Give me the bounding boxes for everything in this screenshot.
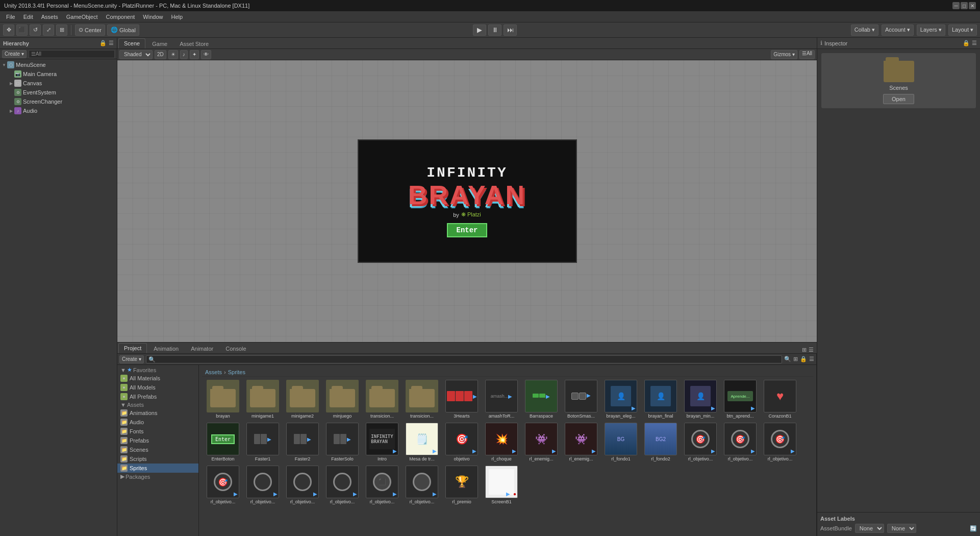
folder-minjuego[interactable]: minjuego	[323, 379, 361, 420]
sprites-item[interactable]: 📁 Sprites	[117, 464, 198, 473]
all-models-item[interactable]: ● All Models	[117, 383, 198, 392]
sprite-boton[interactable]: ▶ BotonSmas...	[562, 379, 600, 420]
sprite-amash[interactable]: amash... ▶ amashToR...	[483, 379, 520, 420]
sprite-screenb1[interactable]: ● ▶ ScreenB1	[483, 465, 520, 505]
folder-transicion2[interactable]: transicion...	[403, 379, 441, 420]
tool-rotate[interactable]: ↺	[30, 25, 41, 36]
prefabs-item[interactable]: 📁 Prefabs	[117, 436, 198, 445]
pause-button[interactable]: ⏸	[488, 25, 501, 36]
all-prefabs-item[interactable]: ● All Prefabs	[117, 392, 198, 401]
scene-lighting-btn[interactable]: ☀	[168, 50, 178, 59]
sprite-rl-objetivo7[interactable]: ▶ rl_objetivo...	[323, 465, 361, 505]
sprite-mesa[interactable]: 🗒️ ▶ Mesa de tr...	[403, 422, 441, 462]
sprite-rl-enemig1[interactable]: 👾 ▶ rl_enemig...	[522, 422, 560, 462]
scene-canvas[interactable]: INFINITY BRAYAN by ❋ Platzi Enter	[117, 60, 817, 342]
account-button[interactable]: Account ▾	[882, 25, 914, 36]
sprite-brayan-final[interactable]: 👤 brayan_final	[642, 379, 680, 420]
gizmos-filter[interactable]: ☰All	[799, 50, 815, 59]
sprite-rl-fondo2[interactable]: BG2 rl_fondo2	[642, 422, 680, 462]
scripts-item[interactable]: 📁 Scripts	[117, 454, 198, 464]
menu-gameobject[interactable]: GameObject	[62, 13, 102, 21]
open-button[interactable]: Open	[883, 94, 914, 104]
assets-fold[interactable]: ▼ Assets	[117, 401, 198, 408]
sprite-intro[interactable]: INFINITYBRAYAN ▶ Intro	[363, 422, 401, 462]
sprite-objetivo[interactable]: 🎯 ▶ objetivo	[443, 422, 481, 462]
breadcrumb-sprites[interactable]: Sprites	[228, 369, 245, 375]
project-lock-btn[interactable]: 🔒	[800, 356, 807, 362]
tool-move[interactable]: ⬛	[16, 25, 28, 36]
sprite-fastersolo[interactable]: ▶ FasterSolo	[323, 422, 361, 462]
tool-scale[interactable]: ⤢	[43, 25, 54, 36]
enter-button[interactable]: Enter	[447, 223, 487, 237]
sprite-rl-fondo1[interactable]: BG rl_fondo1	[602, 422, 640, 462]
asset-bundle-select2[interactable]: None	[887, 524, 916, 533]
project-tab-icon-1[interactable]: ⊞	[802, 347, 807, 353]
sprite-faster1[interactable]: ▶ Faster1	[244, 422, 282, 462]
fonts-item[interactable]: 📁 Fonts	[117, 427, 198, 436]
scene-hidden-btn[interactable]: 👁	[201, 50, 211, 59]
space-button[interactable]: 🌐 Global	[107, 25, 139, 36]
sprite-rl-objetivo9[interactable]: ▶ rl_objetivo...	[403, 465, 441, 505]
all-materials-item[interactable]: ● All Materials	[117, 374, 198, 383]
asset-bundle-select1[interactable]: None	[855, 524, 884, 533]
sprite-rl-objetivo6[interactable]: ▶ rl_objetivo...	[284, 465, 321, 505]
sprite-enterboton[interactable]: Enter EnterBoton	[204, 422, 242, 462]
tree-item-event-system[interactable]: ⚙ EventSystem	[0, 88, 117, 97]
scene-effects-btn[interactable]: ✦	[190, 50, 199, 59]
audio-item[interactable]: 📁 Audio	[117, 418, 198, 427]
layers-button[interactable]: Layers ▾	[917, 25, 945, 36]
sprite-brayan-eleg[interactable]: 👤 ▶ brayan_eleg...	[602, 379, 640, 420]
tool-rect[interactable]: ⊞	[56, 25, 67, 36]
folder-minigame1[interactable]: minigame1	[244, 379, 282, 420]
sprite-btn-aprend[interactable]: Aprende... ▶ btn_aprend...	[721, 379, 759, 420]
sprite-rl-objetivo2[interactable]: 🎯 ▶ rl_objetivo...	[721, 422, 759, 462]
sprite-corazon[interactable]: ♥ CorazonB1	[761, 379, 799, 420]
sprite-3hearts[interactable]: ▶ 3Hearts	[443, 379, 481, 420]
pivot-button[interactable]: ⊙ Center	[75, 25, 105, 36]
inspector-lock-icon[interactable]: 🔒	[963, 40, 970, 46]
tree-scene-root[interactable]: ▼ ⬡ MenuScene	[0, 60, 117, 69]
tab-scene[interactable]: Scene	[118, 38, 145, 48]
maximize-button[interactable]: □	[961, 2, 968, 9]
play-button[interactable]: ▶	[473, 25, 486, 36]
favorites-fold[interactable]: ▼ ★ Favorites	[117, 366, 198, 374]
tab-console[interactable]: Console	[220, 344, 252, 353]
sprite-rl-enemig2[interactable]: 👾 ▶ rl_enemig...	[562, 422, 600, 462]
hierarchy-lock-icon[interactable]: 🔒	[99, 40, 107, 46]
menu-edit[interactable]: Edit	[19, 13, 37, 21]
project-search-btn[interactable]: 🔍	[784, 356, 791, 362]
sprite-rl-choque[interactable]: 💥 ▶ rl_choque	[483, 422, 520, 462]
menu-assets[interactable]: Assets	[37, 13, 62, 21]
folder-brayan[interactable]: brayan	[204, 379, 242, 420]
hierarchy-search[interactable]: ☰All	[29, 50, 115, 58]
sprite-rl-objetivo5[interactable]: ▶ rl_objetivo...	[244, 465, 282, 505]
animations-item[interactable]: 📁 Animations	[117, 408, 198, 418]
menu-window[interactable]: Window	[139, 13, 167, 21]
project-menu-btn[interactable]: ☰	[809, 356, 814, 362]
window-controls[interactable]: ─ □ ✕	[952, 2, 976, 9]
inspector-menu-icon[interactable]: ☰	[972, 40, 977, 46]
project-tab-icon-2[interactable]: ☰	[809, 347, 814, 353]
hierarchy-create-button[interactable]: Create ▾	[2, 50, 27, 58]
folder-minigame2[interactable]: minigame2	[284, 379, 321, 420]
menu-help[interactable]: Help	[167, 13, 187, 21]
packages-fold[interactable]: ▶ Packages	[117, 473, 198, 480]
step-button[interactable]: ⏭	[504, 25, 517, 36]
asset-bundle-refresh-icon[interactable]: 🔄	[970, 525, 977, 532]
2d-toggle[interactable]: 2D	[155, 50, 166, 59]
sprite-rl-objetivo3[interactable]: 🎯 ▶ rl_objetivo...	[761, 422, 799, 462]
breadcrumb-assets[interactable]: Assets	[205, 369, 222, 375]
sprite-faster2[interactable]: ▶ Faster2	[284, 422, 321, 462]
tab-game[interactable]: Game	[146, 39, 173, 48]
close-button[interactable]: ✕	[969, 2, 976, 9]
tool-hand[interactable]: ✥	[3, 25, 14, 36]
project-sort-btn[interactable]: ⊞	[793, 356, 798, 362]
sprite-barraspace[interactable]: ▶ Barraspace	[522, 379, 560, 420]
tab-asset-store[interactable]: Asset Store	[174, 39, 214, 48]
scene-audio-btn[interactable]: ♪	[180, 50, 188, 59]
tree-item-canvas[interactable]: ▶ □ Canvas	[0, 79, 117, 88]
tree-item-main-camera[interactable]: 📷 Main Camera	[0, 69, 117, 79]
hierarchy-menu-icon[interactable]: ☰	[109, 40, 114, 46]
project-search-input[interactable]	[146, 355, 782, 363]
sprite-rl-premio[interactable]: 🏆 rl_premio	[443, 465, 481, 505]
